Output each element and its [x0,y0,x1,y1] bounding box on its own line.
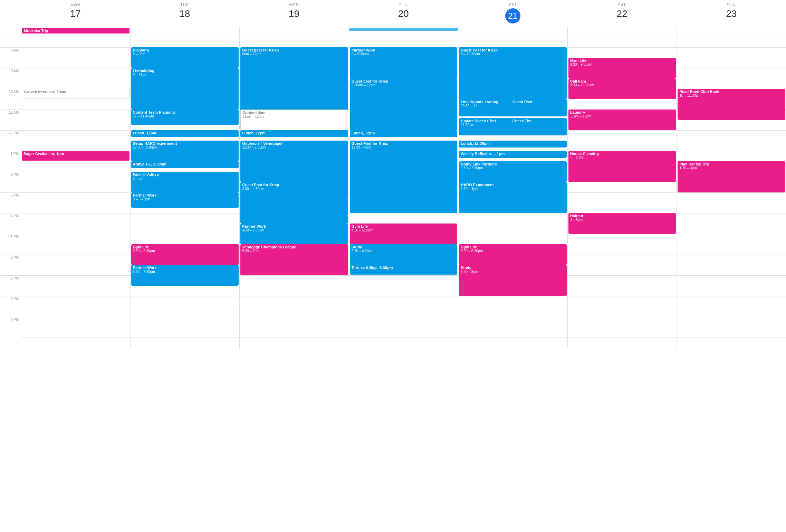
calendar-event[interactable]: Taru <> Aditye, 6:30pm [350,265,458,275]
calendar-event[interactable]: HARO Experiment2:30 – 4pm [459,182,567,213]
calendar-event[interactable]: Guest Post for Krisp12:30 – 4pm [350,141,458,213]
header-day-22[interactable]: SAT22 [567,0,677,27]
calendar-event[interactable]: Read Book Club Book10 – 11:30am [678,89,785,120]
all-day-event-muskoka[interactable]: Muskoka Trip [22,28,130,34]
hour-line [677,338,786,338]
time-label: 1 PM [0,151,21,172]
calendar-event[interactable]: Haircut4 – 5pm [568,213,676,234]
calendar-event[interactable]: Partner Work8 – 9:30am [350,47,458,78]
header-day-18[interactable]: TUE18 [130,0,240,27]
calendar-event[interactable]: Guest Post for Krisp8 – 10:30am [459,47,567,99]
calendar-event[interactable]: Gym Life8:30 – 9:30am [568,58,676,78]
hour-line [458,296,567,296]
hour-line [677,275,786,276]
calendar-event[interactable]: Gym Life5:30 – 6:30pm [131,244,239,265]
hour-line [349,275,458,276]
calendar-event[interactable]: House Cleaning1 – 2:30pm [568,151,676,182]
hour-line [21,255,130,255]
calendar-event[interactable]: Study6:30 – 8pm [459,265,567,296]
hour-line [568,296,677,296]
calendar-container: MON17TUE18WED19THU20FRI21SAT22SUN23 Musk… [0,0,786,532]
calendar-event[interactable]: Content Jam11am – 12pm [240,110,348,130]
all-day-cell-sat [567,27,677,37]
header-day-19[interactable]: WED19 [239,0,349,27]
calendar-event[interactable]: Fadi <> Aditya2 – 3pm [131,172,239,192]
header-day-17[interactable]: MON17 [21,0,130,27]
calendar-event[interactable]: Plan Halifax Trip1:30 – 3pm [678,161,785,192]
hour-line [21,234,130,234]
hour-line [131,338,240,338]
hour-line [677,47,786,48]
header-day-20[interactable]: THU20 [349,0,458,27]
all-day-cell-tue [130,27,240,37]
time-label: 7 PM [0,275,21,296]
calendar-event[interactable]: Notify Link Partners1:30 – 2:30pm [459,161,567,182]
calendar-event[interactable]: Gym Life4:30 – 5:30pm [350,224,458,244]
hour-line [568,255,677,255]
hour-line [349,213,458,213]
hour-line [131,317,240,317]
hour-line [21,47,130,48]
hour-line [458,338,567,338]
header-row: MON17TUE18WED19THU20FRI21SAT22SUN23 [0,0,786,27]
time-label: 2 PM [0,172,21,192]
hour-line [677,151,786,151]
header-day-23[interactable]: SUN23 [677,0,786,27]
calendar-event[interactable]: Lunch, 12pm [350,130,458,137]
hour-line [21,275,130,276]
hour-line [240,296,349,296]
calendar-event[interactable]: Content Team Planning11 – 11:45am [131,110,239,125]
calendar-event[interactable]: Laundry11am – 12pm [568,110,676,130]
calendar-event[interactable]: Guest Post for Krisp2:30 – 4:30pm [240,182,348,224]
day-col-tue: Planning8 – 9amListbuilding9 – 11amConte… [130,37,240,348]
header-day-21[interactable]: FRI21 [458,0,567,27]
hour-line [677,68,786,68]
calendar-event[interactable]: Call Fam9:30 – 10:30am [568,78,676,99]
calendar-event[interactable]: Partner Work6:30 – 7:30pm [131,265,239,286]
time-grid: 8 AM9 AM10 AM11 AM12 PM1 PM2 PM3 PM4 PM5… [0,37,786,348]
calendar-event[interactable]: Setup HARO experiment12:30 – 1:30pm [131,141,239,161]
all-day-cell-mon: Muskoka Trip [21,27,130,37]
calendar-event[interactable]: Growth Interview, 10am [22,89,130,98]
calendar-event[interactable]: Partner Work3 – 3:45pm [131,192,239,208]
all-day-row: Muskoka Trip [0,27,786,37]
all-day-gmt-label [0,27,21,37]
day-col-sat: Gym Life8:30 – 9:30amCall Fam9:30 – 10:3… [567,37,677,348]
hour-line [677,255,786,255]
calendar-event[interactable]: Guest post for Krisp9:30am – 12pm [350,78,458,130]
calendar-event[interactable]: Lunch, 12pm [240,130,348,137]
day-col-mon: Growth Interview, 10amSagar Gwalani ar, … [21,37,130,348]
gmt-label [0,0,21,27]
calendar-event[interactable]: Partner Work4:30 – 5:30pm [240,224,348,244]
calendar-event[interactable]: Lunch, 12pm [131,130,239,137]
hour-line [349,338,458,338]
all-day-cell-wed [239,27,349,37]
calendar-event[interactable]: Check Tim [511,118,567,135]
calendar-event[interactable]: Venngage Champions League5:30 – 7pm [240,244,348,275]
calendar-event[interactable]: Outreach T Venngage>12:30 – 2:30pm [240,141,348,182]
all-day-cell-fri [458,27,567,37]
calendar-event[interactable]: Study5:30 – 6:30pm [350,244,458,265]
hour-line [21,213,130,213]
hour-line [21,317,130,317]
hour-line [568,234,677,234]
calendar-event[interactable]: Aditya 1-1, 1:30pm [131,161,239,168]
calendar-event[interactable]: Sagar Gwalani ar, 1pm [22,151,130,161]
hour-line [568,130,677,131]
time-label: 9 AM [0,68,21,89]
calendar-event[interactable]: Planning8 – 9am [131,47,239,68]
time-label: 3 PM [0,192,21,213]
body-scroll[interactable]: 8 AM9 AM10 AM11 AM12 PM1 PM2 PM3 PM4 PM5… [0,37,786,532]
calendar-event[interactable]: Weekly Reflectio…, 1pm [459,151,567,158]
hour-line [677,317,786,317]
calendar-event[interactable]: Lunch, 12:30pm [459,141,567,148]
time-label: 6 PM [0,255,21,275]
day-col-wed: Guest post for Krisp8am – 12pmContent Ja… [239,37,349,348]
calendar-event[interactable]: Gym Life5:30 – 6:30pm [459,244,567,265]
calendar-event[interactable]: Listbuilding9 – 11am [131,68,239,110]
hour-line [21,338,130,338]
day-col-thu: Partner Work8 – 9:30amGuest post for Kri… [349,37,458,348]
calendar-event[interactable]: Guest Post [511,99,567,116]
hour-line [568,275,677,276]
hour-line [568,338,677,338]
